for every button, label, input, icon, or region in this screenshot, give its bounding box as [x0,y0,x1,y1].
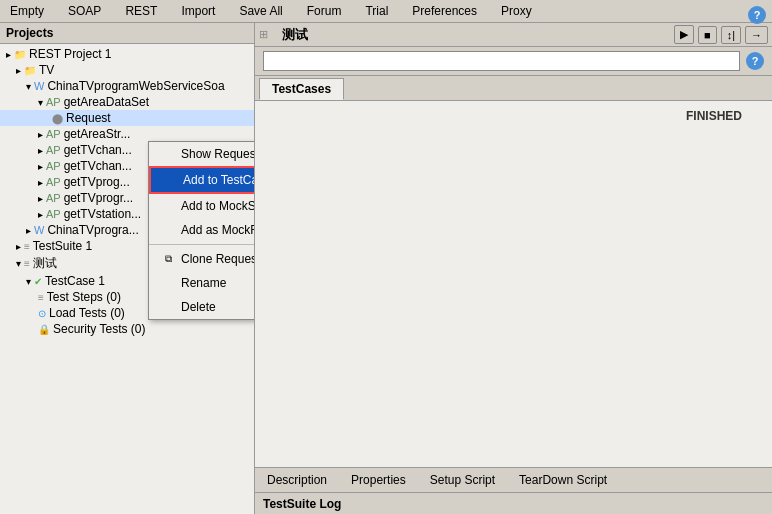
context-menu-item-label: Add to MockService [181,199,255,213]
url-input[interactable] [263,51,740,71]
tree-label: Load Tests (0) [49,306,125,320]
context-menu-item-label: Delete [181,300,216,314]
clone-icon: ⧉ [161,252,175,266]
tree-item-tv[interactable]: ▸ 📁 TV [0,62,254,78]
expand-icon: ▾ [16,258,21,269]
tree-label: TestCase 1 [45,274,105,288]
tree-item-request[interactable]: ⬤ Request [0,110,254,126]
menu-proxy[interactable]: Proxy [495,2,538,20]
tree-item-rest-project[interactable]: ▸ 📁 REST Project 1 [0,46,254,62]
tree-label: ChinaTVprogramWebServiceSoa [47,79,224,93]
method-icon: AP [46,96,61,108]
menu-import[interactable]: Import [175,2,221,20]
menu-forum[interactable]: Forum [301,2,348,20]
method-icon: AP [46,128,61,140]
tree-label: 测试 [33,255,57,272]
tree-item-securitytests[interactable]: 🔒 Security Tests (0) [0,321,254,337]
expand-icon: ▸ [16,241,21,252]
context-menu-item-label: Clone Request [181,252,255,266]
expand-icon: ▸ [38,193,43,204]
context-menu-show-request-editor[interactable]: Show Request Editor Enter [149,142,255,166]
status-text: FINISHED [686,109,742,123]
tree-item-china-service[interactable]: ▾ W ChinaTVprogramWebServiceSoa [0,78,254,94]
context-menu-item-label: Add as MockResponse Step [181,223,255,237]
menubar: Empty SOAP REST Import Save All Forum Tr… [0,0,772,23]
stop-button[interactable]: ■ [698,26,717,44]
tree-label: getTVchan... [64,143,132,157]
forward-button[interactable]: → [745,26,768,44]
tree-label: Request [66,111,111,125]
method-icon: AP [46,176,61,188]
tree-label: getAreaStr... [64,127,131,141]
menu-soap[interactable]: SOAP [62,2,107,20]
tree-label: Security Tests (0) [53,322,145,336]
method-icon: AP [46,192,61,204]
expand-icon: ▾ [26,81,31,92]
folder-icon: 📁 [14,49,26,60]
folder-icon: 📁 [24,65,36,76]
tab-setup-script[interactable]: Setup Script [426,471,499,489]
right-help-icon[interactable]: ? [746,52,764,70]
menu-empty[interactable]: Empty [4,2,50,20]
menu-preferences[interactable]: Preferences [406,2,483,20]
tree-label: getTVprogr... [64,191,133,205]
mockservice-icon [161,199,175,213]
expand-icon: ▸ [26,225,31,236]
expand-icon: ▸ [38,145,43,156]
mockresponse-icon [161,223,175,237]
context-menu-item-label: Add to TestCase [183,173,255,187]
context-menu-rename[interactable]: Rename F2 [149,271,255,295]
method-icon: AP [46,144,61,156]
tree-label: TV [39,63,54,77]
main-layout: Projects ▸ 📁 REST Project 1 ▸ 📁 TV ▾ W [0,23,772,514]
play-button[interactable]: ▶ [674,25,694,44]
projects-header: Projects [0,23,254,44]
request-icon: ⬤ [52,113,63,124]
expand-icon: ▾ [38,97,43,108]
tree-label: TestSuite 1 [33,239,92,253]
tree-label: Test Steps (0) [47,290,121,304]
tree-label: getAreaDataSet [64,95,149,109]
tree-item-getAreaStr[interactable]: ▸ AP getAreaStr... [0,126,254,142]
service-icon: W [34,224,44,236]
tab-description[interactable]: Description [263,471,331,489]
service-icon: W [34,80,44,92]
step-button[interactable]: ↕| [721,26,741,44]
right-panel: ⊞ 测试 ▶ ■ ↕| → ? ? TestCases FINISHED Des… [255,23,772,514]
menu-trial[interactable]: Trial [359,2,394,20]
right-toolbar: ⊞ 测试 ▶ ■ ↕| → ? [255,23,772,47]
expand-icon: ▸ [38,209,43,220]
testcase-add-icon [163,173,177,187]
tree-label: ChinaTVprogra... [47,223,138,237]
expand-icon: ▸ [16,65,21,76]
security-icon: 🔒 [38,324,50,335]
expand-icon: ▸ [38,129,43,140]
context-menu-add-testcase[interactable]: Add to TestCase Ctrl+Alt-A [149,166,255,194]
grid-icon: ⊞ [259,28,268,41]
context-menu-delete[interactable]: Delete Delete [149,295,255,319]
right-content: FINISHED [255,101,772,467]
tab-properties[interactable]: Properties [347,471,410,489]
menu-saveall[interactable]: Save All [233,2,288,20]
tab-teardown-script[interactable]: TearDown Script [515,471,611,489]
testsuite-icon: ≡ [24,258,30,269]
tree-item-getAreaDataSet[interactable]: ▾ AP getAreaDataSet [0,94,254,110]
menu-rest[interactable]: REST [119,2,163,20]
context-menu: Show Request Editor Enter Add to TestCas… [148,141,255,320]
delete-icon [161,300,175,314]
context-menu-item-label: Rename [181,276,226,290]
context-menu-add-mockservice[interactable]: Add to MockService [149,194,255,218]
separator [149,244,255,245]
left-panel: Projects ▸ 📁 REST Project 1 ▸ 📁 TV ▾ W [0,23,255,514]
expand-icon: ▸ [38,177,43,188]
expand-icon: ▾ [26,276,31,287]
tab-testcases[interactable]: TestCases [259,78,344,100]
bottom-tabs: Description Properties Setup Script Tear… [255,467,772,492]
tree-label: getTVprog... [64,175,130,189]
method-icon: AP [46,160,61,172]
context-menu-add-mockresponse[interactable]: Add as MockResponse Step [149,218,255,242]
context-menu-clone-request[interactable]: ⧉ Clone Request F9 [149,247,255,271]
testcase-icon: ✔ [34,276,42,287]
loadtest-icon: ⊙ [38,308,46,319]
help-icon[interactable]: ? [748,6,766,24]
